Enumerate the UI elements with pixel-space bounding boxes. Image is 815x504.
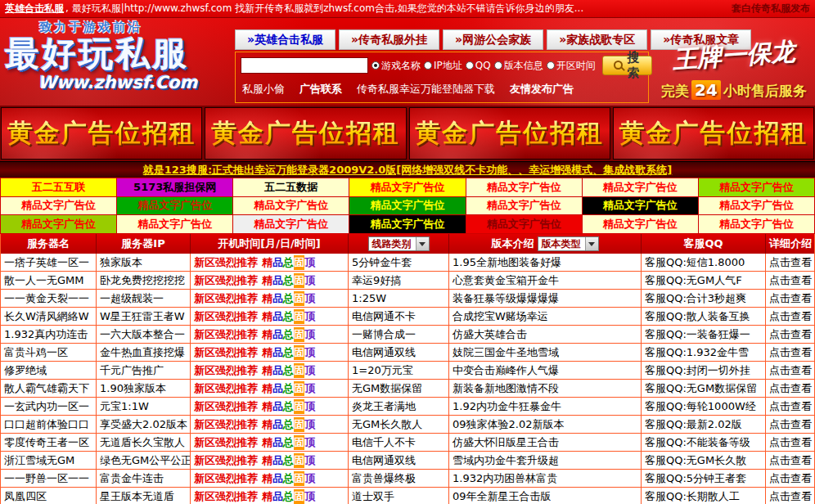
line-type-cell: 电信网通双线 [349, 452, 449, 469]
text-ad-cell[interactable]: 精品文字广告位 [349, 215, 465, 233]
gold-ad-banner[interactable]: 黄金广告位招租 [1, 107, 202, 160]
server-name-link[interactable]: 富贵斗鸡一区 [4, 345, 68, 360]
gold-ad-banner[interactable]: 黄金广告位招租 [613, 107, 814, 160]
radio-version-info[interactable]: 版本信息 [494, 59, 543, 73]
detail-view-link[interactable]: 点击查看 [769, 417, 812, 432]
server-name-link[interactable]: 凤凰四区 [4, 489, 47, 504]
link-launcher-download[interactable]: 传奇私服幸运万能登陆器下载 [357, 82, 495, 97]
new-zone-recommend-link[interactable]: 新区强烈推荐 [194, 435, 258, 450]
detail-view-link[interactable]: 点击查看 [769, 363, 812, 378]
server-name-link[interactable]: 零度传奇王者一区 [4, 435, 89, 450]
text-ad-cell[interactable]: 精品文字广告位 [349, 197, 465, 215]
version-intro-cell: 雪域内功金牛套升级超 [449, 452, 642, 469]
new-zone-recommend-link[interactable]: 新区强烈推荐 [194, 273, 258, 288]
text-ad-cell[interactable]: 精品文字广告位 [349, 178, 465, 196]
server-name-link[interactable]: 浙江雪域无GM [4, 453, 74, 468]
text-ad-cell[interactable]: 精品文字广告位 [583, 215, 698, 233]
line-type-select[interactable]: 线路类别 [368, 236, 430, 251]
server-ip-cell: W星王狂雷王者W [97, 308, 191, 325]
topbar-right-ad-link[interactable]: 套白传奇私服发布 [732, 2, 810, 16]
text-ad-cell[interactable]: 精品文字广告位 [233, 215, 349, 233]
detail-view-link[interactable]: 点击查看 [769, 489, 812, 504]
server-name-link[interactable]: 长久W清风網絡W [4, 309, 89, 324]
text-ad-cell[interactable]: 五二五互联 [1, 178, 116, 196]
tab-chuanqi-waigua[interactable]: »传奇私服外挂 [339, 29, 439, 50]
server-name-link[interactable]: 修罗绝域 [4, 363, 47, 378]
gold-ad-banner[interactable]: 黄金广告位招租 [205, 107, 406, 160]
text-ad-cell[interactable]: 精品文字广告位 [466, 178, 582, 196]
server-name-link[interactable]: 散一人一无GMM [4, 273, 84, 288]
text-ad-cell[interactable]: 精品文字广告位 [117, 197, 232, 215]
text-ad-cell[interactable]: 精品文字广告位 [583, 197, 698, 215]
notice-link[interactable]: 就是123搜服:正式推出幸运万能登录器2009V2.0版[网络增强双线不卡功能、… [143, 163, 673, 178]
open-time-cell: 新区强烈推荐精品总固顶 [191, 344, 349, 361]
table-row: 散一人一无GMM卧龙免费挖挖挖挖新区强烈推荐精品总固顶幸运9好搞心意套黄金宝箱开… [1, 272, 814, 290]
server-name-link[interactable]: 一一野兽一区一一 [4, 471, 89, 486]
radio-qq[interactable]: QQ [466, 60, 491, 71]
text-ad-cell[interactable]: 精品文字广告位 [699, 178, 814, 196]
text-ad-cell[interactable]: 精品文字广告位 [466, 215, 582, 233]
text-ad-cell[interactable]: 精品文字广告位 [583, 178, 698, 196]
server-name-link[interactable]: 一一黄金天裂一一 [4, 291, 89, 306]
server-ip-cell: 千元广告推广 [97, 362, 191, 379]
text-ad-cell[interactable]: 精品文字广告位 [699, 215, 814, 233]
server-name-link[interactable]: 一痞子英雄一区一 [4, 255, 89, 270]
radio-ip[interactable]: IP地址 [424, 59, 462, 73]
text-ad-cell[interactable]: 精品文字广告位 [233, 197, 349, 215]
link-ad-contact[interactable]: 广告联系 [299, 82, 342, 97]
qq-cell: 客服QQ:无GM人气F [642, 272, 766, 289]
link-friend-ad[interactable]: 友情发布广告 [510, 82, 574, 97]
search-button[interactable]: 搜索 [602, 56, 652, 75]
detail-view-link[interactable]: 点击查看 [769, 327, 812, 342]
detail-view-link[interactable]: 点击查看 [769, 471, 812, 486]
new-zone-recommend-link[interactable]: 新区强烈推荐 [194, 345, 258, 360]
radio-game-name[interactable]: 游戏名称 [371, 59, 421, 73]
new-zone-recommend-link[interactable]: 新区强烈推荐 [194, 363, 258, 378]
detail-view-link[interactable]: 点击查看 [769, 453, 812, 468]
new-zone-recommend-link[interactable]: 新区强烈推荐 [194, 453, 258, 468]
text-ad-cell[interactable]: 5173私服担保网 [117, 178, 232, 196]
detail-view-link[interactable]: 点击查看 [769, 381, 812, 396]
text-ad-cell[interactable]: 五二五数据 [233, 178, 349, 196]
tab-family-zhan-ge[interactable]: »家族战歌专区 [547, 29, 647, 50]
new-zone-recommend-link[interactable]: 新区强烈推荐 [194, 309, 258, 324]
promo-banner[interactable]: 王牌一保龙 完美24小时售后服务 [653, 18, 815, 106]
tab-hero-combo-sifu[interactable]: »英雄合击私服 [235, 29, 335, 50]
text-ad-cell[interactable]: 精品文字广告位 [117, 215, 232, 233]
detail-view-link[interactable]: 点击查看 [769, 309, 812, 324]
link-sifu-xiaotou[interactable]: 私服小偷 [242, 82, 285, 97]
topbar-keyword-link[interactable]: 英雄合击私服 [5, 2, 64, 14]
detail-cell: 点击查看 [766, 452, 815, 469]
site-logo[interactable]: 致力于游戏前沿 最好玩私服 Www.zhwsf.Com [5, 20, 232, 92]
new-zone-recommend-link[interactable]: 新区强烈推荐 [194, 291, 258, 306]
new-zone-recommend-link[interactable]: 新区强烈推荐 [194, 417, 258, 432]
search-input[interactable] [241, 57, 368, 74]
new-zone-recommend-link[interactable]: 新区强烈推荐 [194, 327, 258, 342]
new-zone-recommend-link[interactable]: 新区强烈推荐 [194, 471, 258, 486]
server-name-link[interactable]: 散人霸气雄霸天下 [4, 381, 89, 396]
text-ad-cell[interactable]: 精品文字广告位 [1, 215, 116, 233]
server-name-link[interactable]: 1.932真内功连击 [4, 327, 88, 342]
text-ad-cell[interactable]: 精品文字广告位 [1, 197, 116, 215]
new-zone-recommend-link[interactable]: 新区强烈推荐 [194, 381, 258, 396]
detail-view-link[interactable]: 点击查看 [769, 345, 812, 360]
new-zone-recommend-link[interactable]: 新区强烈推荐 [194, 489, 258, 504]
text-ad-cell[interactable]: 精品文字广告位 [699, 197, 814, 215]
detail-view-link[interactable]: 点击查看 [769, 435, 812, 450]
detail-view-link[interactable]: 点击查看 [769, 273, 812, 288]
detail-view-link[interactable]: 点击查看 [769, 399, 812, 414]
table-row: 长久W清风網絡WW星王狂雷王者W新区强烈推荐精品总固顶电信网通不卡合成挖宝W赌场… [1, 308, 814, 326]
version-type-select[interactable]: 版本类型 [538, 236, 599, 251]
radio-open-time[interactable]: 开区时间 [547, 59, 596, 73]
line-type-cell: 1:25W [349, 290, 449, 307]
detail-view-link[interactable]: 点击查看 [769, 291, 812, 306]
server-name-link[interactable]: 口口超前体验口口 [4, 417, 89, 432]
gold-ad-banner[interactable]: 黄金广告位招租 [409, 107, 610, 160]
new-zone-recommend-link[interactable]: 新区强烈推荐 [194, 255, 258, 270]
detail-view-link[interactable]: 点击查看 [769, 255, 812, 270]
text-ad-cell[interactable]: 精品文字广告位 [466, 197, 582, 215]
new-zone-recommend-link[interactable]: 新区强烈推荐 [194, 399, 258, 414]
tab-guild-family[interactable]: »网游公会家族 [443, 29, 543, 50]
top-tag-char: 固 [294, 255, 304, 270]
server-name-link[interactable]: 一玄武内功一区一 [4, 399, 89, 414]
